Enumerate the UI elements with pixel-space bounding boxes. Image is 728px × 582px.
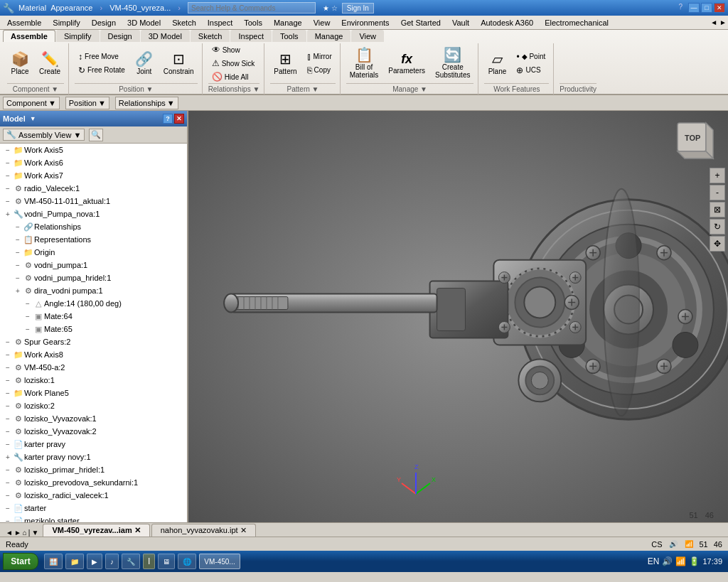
tree-expand[interactable]: − (13, 223, 23, 231)
menu-item-electromechanical[interactable]: Electromechanical (539, 16, 614, 29)
menu-item-environments[interactable]: Environments (336, 16, 395, 29)
tree-item[interactable]: + ⚙ dira_vodni pumpa:1 (0, 284, 187, 297)
tree-item[interactable]: − 📁 Origin (0, 246, 187, 259)
show-sick-button[interactable]: ⚠ Show Sick (208, 57, 259, 70)
bottom-tab-vm450[interactable]: VM-450_vyrezav...iam ✕ (43, 524, 149, 537)
point-button[interactable]: • ◆ Point (513, 50, 549, 63)
bom-button[interactable]: 📋 Bill of Materials (346, 45, 382, 82)
menu-item-sketch[interactable]: Sketch (166, 16, 202, 29)
tree-item[interactable]: − ⚙ lozisko_prevodova_sekundarni:1 (0, 476, 187, 489)
tree-item[interactable]: − ⚙ lozisko_Vyvazovak:2 (0, 425, 187, 438)
bottom-tab-dropdown[interactable]: ▼ (31, 529, 38, 537)
tree-expand[interactable]: − (13, 262, 23, 269)
tree-search-button[interactable]: 🔍 (89, 129, 103, 141)
tree-expand[interactable]: − (3, 492, 13, 500)
tree-item[interactable]: − 🔗 Relationships (0, 220, 187, 233)
zoom-out-button[interactable]: - (710, 185, 725, 200)
ribbon-tab-assemble[interactable]: Assemble (3, 30, 55, 42)
ucs-button[interactable]: ⊕ UCS (513, 64, 549, 77)
tree-item[interactable]: − 📁 Work Axis5 (0, 144, 187, 156)
tree-item[interactable]: − 📁 Work Axis6 (0, 156, 187, 169)
tree-item[interactable]: − △ Angle:14 (180,00 deg) (0, 297, 187, 310)
rotate-button[interactable]: ↻ (710, 219, 725, 235)
tree-item[interactable]: − 📁 Work Plane5 (0, 387, 187, 399)
component-dropdown[interactable]: Component ▼ (3, 97, 60, 109)
tree-item[interactable]: − ⚙ VM-450-11-011_aktual:1 (0, 195, 187, 208)
menu-item-manage[interactable]: Manage (268, 16, 308, 29)
tree-expand[interactable]: − (3, 338, 13, 346)
close-button[interactable]: ✕ (714, 3, 725, 13)
menu-item-vault[interactable]: Vault (446, 16, 475, 29)
assembly-view-dropdown[interactable]: 🔧 Assembly View ▼ (3, 129, 85, 141)
taskbar-active-vm450[interactable]: VM-450... (199, 554, 240, 569)
tree-item[interactable]: − 📋 Representations (0, 233, 187, 246)
bottom-tab-home[interactable]: ⌂ (23, 529, 27, 537)
tree-item[interactable]: + 🔧 vodni_Pumpa_nova:1 (0, 208, 187, 220)
menu-item-autodeskadd[interactable]: Autodesk A360 (475, 16, 539, 29)
menu-item-tools[interactable]: Tools (238, 16, 268, 29)
parameters-button[interactable]: fx Parameters (385, 45, 429, 82)
tree-item[interactable]: − 📄 karter pravy (0, 438, 187, 451)
bottom-tab-nahon[interactable]: nahon_vyvazovaku.ipt ✕ (151, 524, 256, 537)
minimize-button[interactable]: — (688, 3, 700, 13)
constrain-button[interactable]: ⊡ Constrain (160, 45, 198, 82)
taskbar-inventor-button[interactable]: I (143, 554, 155, 569)
bottom-tab-prev[interactable]: ◄ (6, 529, 13, 537)
search-input[interactable] (188, 2, 316, 14)
start-button[interactable]: Start (3, 553, 38, 570)
hide-all-button[interactable]: 🚫 Hide All (208, 70, 259, 83)
copy-button[interactable]: ⎘ Copy (304, 64, 336, 77)
tree-item[interactable]: − ⚙ lozisko_primar_hridel:1 (0, 463, 187, 476)
free-move-button[interactable]: ↕ Free Move (75, 50, 129, 63)
taskbar-music-button[interactable]: ♪ (105, 554, 119, 569)
create-button[interactable]: ✏️ Create (36, 45, 64, 82)
zoom-in-button[interactable]: + (710, 168, 725, 183)
place-button[interactable]: 📦 Place (7, 45, 33, 82)
panel-help-button[interactable]: ? (163, 114, 173, 124)
taskbar-windows-button[interactable]: 🪟 (44, 554, 63, 569)
tree-expand[interactable]: − (3, 466, 13, 474)
menu-item-3dmodel[interactable]: 3D Model (122, 16, 166, 29)
tree-expand[interactable]: − (3, 159, 13, 167)
tree-item[interactable]: − 📁 Work Axis7 (0, 169, 187, 182)
taskbar-app4-button[interactable]: 🌐 (178, 554, 196, 569)
pattern-button[interactable]: ⊞ Pattern (270, 45, 300, 82)
tree-expand[interactable]: − (3, 441, 13, 448)
tree-expand[interactable]: − (3, 198, 13, 205)
fit-button[interactable]: ⊠ (710, 202, 725, 217)
tree-item[interactable]: − ⚙ radio_Valecek:1 (0, 182, 187, 195)
tree-item[interactable]: − ⚙ vodni_pumpa:1 (0, 259, 187, 271)
menu-item-assemble[interactable]: Assemble (1, 16, 47, 29)
create-substitutes-button[interactable]: 🔄 Create Substitutes (432, 45, 473, 82)
tree-expand[interactable]: − (3, 389, 13, 397)
tree-item[interactable]: − ⚙ lozisko_Vyvazovak:1 (0, 412, 187, 425)
tree-expand[interactable]: − (3, 402, 13, 410)
menu-item-design[interactable]: Design (86, 16, 122, 29)
taskbar-explorer-button[interactable]: 📁 (65, 554, 84, 569)
menu-item-view[interactable]: View (308, 16, 336, 29)
tree-expand[interactable]: − (3, 505, 13, 512)
tree-expand[interactable]: − (3, 517, 13, 523)
free-rotate-button[interactable]: ↻ Free Rotate (75, 64, 129, 77)
tree-expand[interactable]: − (13, 274, 23, 282)
tree-item[interactable]: − ⚙ vodni_pumpa_hridel:1 (0, 271, 187, 284)
position-dropdown[interactable]: Position ▼ (65, 97, 109, 109)
panel-close-button[interactable]: ✕ (174, 114, 184, 124)
tree-expand[interactable]: − (3, 146, 13, 154)
tree-item[interactable]: − ⚙ lozisko:1 (0, 374, 187, 387)
tree-expand[interactable]: − (13, 236, 23, 244)
bottom-tab-next[interactable]: ► (14, 529, 21, 537)
sign-in-button[interactable]: Sign In (342, 3, 374, 14)
viewport[interactable]: TOP + - ⊠ ↻ ✥ X Y Z 51 46 (188, 111, 728, 522)
tree-expand[interactable]: − (3, 185, 13, 193)
taskbar-play-button[interactable]: ▶ (87, 554, 102, 569)
tree-expand[interactable]: + (3, 210, 13, 218)
tree-item[interactable]: − ⚙ lozisko_radici_valecek:1 (0, 489, 187, 502)
menu-item-getstarted[interactable]: Get Started (395, 16, 446, 29)
tree-item[interactable]: − ▣ Mate:65 (0, 323, 187, 335)
ribbon-tab-manage[interactable]: Manage (307, 30, 351, 42)
tree-expand[interactable]: − (3, 364, 13, 372)
mirror-button[interactable]: ⫿ Mirror (304, 50, 336, 63)
tree-item[interactable]: − 📁 Work Axis8 (0, 348, 187, 361)
ribbon-tab-simplify[interactable]: Simplify (56, 30, 100, 42)
